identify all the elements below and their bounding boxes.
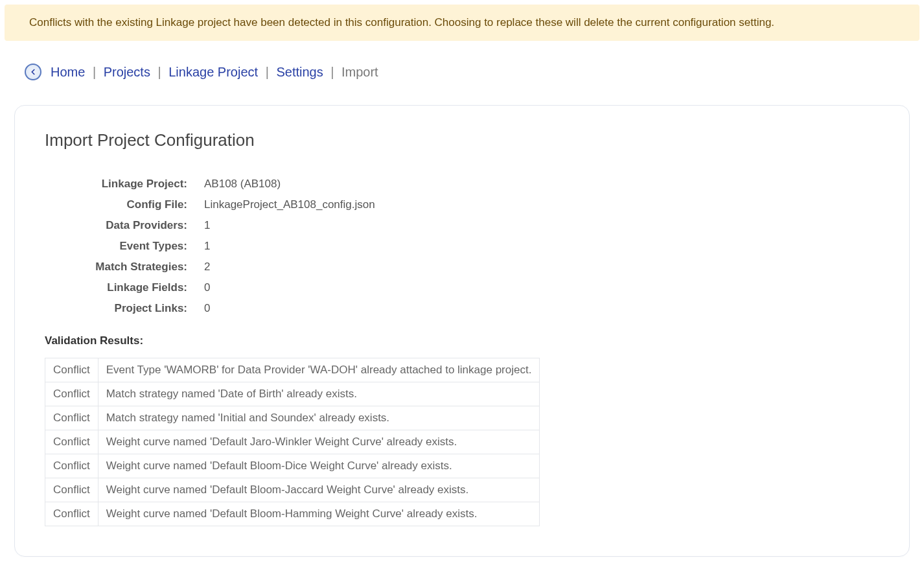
validation-result-row: ConflictMatch strategy named 'Date of Bi… <box>45 382 540 406</box>
summary-label: Project Links: <box>45 298 194 319</box>
breadcrumb: Home | Projects | Linkage Project | Sett… <box>0 45 924 87</box>
validation-result-row: ConflictEvent Type 'WAMORB' for Data Pro… <box>45 358 540 382</box>
validation-result-row: ConflictWeight curve named 'Default Bloo… <box>45 478 540 502</box>
validation-result-message: Weight curve named 'Default Jaro-Winkler… <box>98 430 540 454</box>
validation-result-message: Match strategy named 'Date of Birth' alr… <box>98 382 540 406</box>
breadcrumb-item: Import <box>341 65 378 79</box>
summary-row: Match Strategies:2 <box>45 257 382 277</box>
summary-row: Linkage Fields:0 <box>45 277 382 298</box>
summary-value: 2 <box>194 257 382 277</box>
validation-result-row: ConflictMatch strategy named 'Initial an… <box>45 406 540 430</box>
import-config-panel: Import Project Configuration Linkage Pro… <box>14 105 910 557</box>
validation-result-type: Conflict <box>45 430 98 454</box>
summary-label: Linkage Fields: <box>45 277 194 298</box>
back-icon[interactable] <box>25 64 41 80</box>
summary-value: AB108 (AB108) <box>194 174 382 194</box>
validation-result-type: Conflict <box>45 454 98 478</box>
breadcrumb-separator: | <box>154 65 165 79</box>
summary-label: Config File: <box>45 194 194 215</box>
summary-row: Linkage Project:AB108 (AB108) <box>45 174 382 194</box>
conflict-alert: Conflicts with the existing Linkage proj… <box>5 5 919 41</box>
summary-label: Linkage Project: <box>45 174 194 194</box>
validation-result-message: Weight curve named 'Default Bloom-Jaccar… <box>98 478 540 502</box>
validation-result-message: Match strategy named 'Initial and Sounde… <box>98 406 540 430</box>
breadcrumb-item[interactable]: Projects <box>104 65 150 79</box>
validation-result-row: ConflictWeight curve named 'Default Bloo… <box>45 502 540 526</box>
summary-value: 1 <box>194 215 382 236</box>
validation-result-type: Conflict <box>45 478 98 502</box>
validation-result-row: ConflictWeight curve named 'Default Bloo… <box>45 454 540 478</box>
summary-row: Data Providers:1 <box>45 215 382 236</box>
summary-value: 1 <box>194 236 382 257</box>
validation-result-type: Conflict <box>45 358 98 382</box>
summary-label: Match Strategies: <box>45 257 194 277</box>
summary-row: Config File:LinkageProject_AB108_config.… <box>45 194 382 215</box>
breadcrumb-item[interactable]: Settings <box>276 65 323 79</box>
conflict-alert-text: Conflicts with the existing Linkage proj… <box>29 16 774 29</box>
validation-result-row: ConflictWeight curve named 'Default Jaro… <box>45 430 540 454</box>
summary-row: Project Links:0 <box>45 298 382 319</box>
summary-label: Data Providers: <box>45 215 194 236</box>
validation-result-type: Conflict <box>45 502 98 526</box>
validation-result-message: Weight curve named 'Default Bloom-Dice W… <box>98 454 540 478</box>
breadcrumb-item[interactable]: Home <box>51 65 85 79</box>
summary-row: Event Types:1 <box>45 236 382 257</box>
validation-result-type: Conflict <box>45 406 98 430</box>
validation-result-message: Weight curve named 'Default Bloom-Hammin… <box>98 502 540 526</box>
validation-results-table: ConflictEvent Type 'WAMORB' for Data Pro… <box>45 358 540 526</box>
summary-table: Linkage Project:AB108 (AB108)Config File… <box>45 174 382 319</box>
breadcrumb-separator: | <box>262 65 272 79</box>
breadcrumb-separator: | <box>89 65 99 79</box>
summary-value: 0 <box>194 277 382 298</box>
summary-value: LinkageProject_AB108_config.json <box>194 194 382 215</box>
validation-result-type: Conflict <box>45 382 98 406</box>
breadcrumb-item[interactable]: Linkage Project <box>168 65 258 79</box>
breadcrumb-separator: | <box>327 65 338 79</box>
validation-results-heading: Validation Results: <box>45 334 879 347</box>
summary-label: Event Types: <box>45 236 194 257</box>
validation-result-message: Event Type 'WAMORB' for Data Provider 'W… <box>98 358 540 382</box>
panel-title: Import Project Configuration <box>45 130 879 150</box>
summary-value: 0 <box>194 298 382 319</box>
